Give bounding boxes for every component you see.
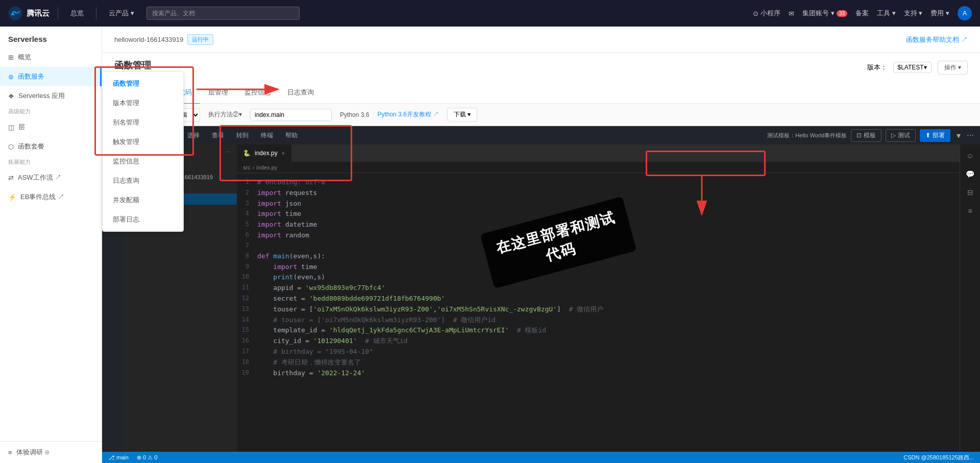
menu-select[interactable]: 选择 xyxy=(185,131,202,140)
search-bar[interactable] xyxy=(146,7,300,20)
code-line-3: 3 import json xyxy=(237,199,960,209)
header-right: 函数服务帮助文档 ↗ xyxy=(906,35,968,44)
group-account-btn[interactable]: 集团账号 ▾ 33 xyxy=(802,9,847,18)
editor-tabs: 🐍 index.py × xyxy=(237,144,960,162)
main-layout: Serverless ⊞ 概览 ⊛ 函数服务 ❖ Serverless 应用 高… xyxy=(0,27,980,463)
billing-btn[interactable]: 费用 ▾ xyxy=(930,9,949,18)
logo[interactable]: 腾讯云 xyxy=(8,6,50,20)
sidebar-item-eb[interactable]: ⚡ EB事件总线 ↗ xyxy=(0,187,102,207)
code-line-14: 14 # touser = ['oi7xM5nOkQk6kslwm3iyzR93… xyxy=(237,315,960,326)
exec-method-label[interactable]: 执行方法②▾ xyxy=(208,110,242,119)
message-btn[interactable]: ✉ xyxy=(789,10,794,17)
workflow-icon: ⇄ xyxy=(8,174,14,182)
python-docs-link[interactable]: Python 3.6开发教程 ↗ xyxy=(377,110,439,119)
feedback-icon: ≡ xyxy=(8,449,12,456)
code-line-8: 8 def main(even,s): xyxy=(237,251,960,262)
explorer-menu-icon[interactable]: ⋯ xyxy=(225,149,231,156)
smiley-icon[interactable]: ☺ xyxy=(963,149,977,163)
sidebar-item-function-service[interactable]: ⊛ 函数服务 xyxy=(0,67,102,86)
code-line-6: 6 import random xyxy=(237,230,960,241)
download-button[interactable]: 下载 ▾ xyxy=(447,108,477,121)
sidebar-item-overview[interactable]: ⊞ 概览 xyxy=(0,47,102,67)
code-line-5: 5 import datetime xyxy=(237,220,960,230)
app-icon: ❖ xyxy=(8,92,14,100)
tab-log-query[interactable]: 日志查询 xyxy=(279,82,322,104)
nav-divider xyxy=(58,7,58,19)
tab-layer-manage[interactable]: 层管理 xyxy=(200,82,236,104)
editor-breadcrumb: src › index.py xyxy=(237,162,960,173)
deploy-button[interactable]: ⬆ 部署 xyxy=(920,129,950,142)
dropdown-item-logs[interactable]: 日志查询 xyxy=(103,171,183,190)
code-line-19: 19 birthday = '2022-12-24' xyxy=(237,368,960,379)
layout-icon[interactable]: ⊟ xyxy=(963,185,977,200)
template-icon: ⊡ xyxy=(856,132,862,139)
code-line-16: 16 city_id = '101290401' # 城市天气id xyxy=(237,336,960,347)
sidebar-item-layers[interactable]: ◫ 层 xyxy=(0,117,102,137)
comment-icon[interactable]: 💬 xyxy=(963,167,977,181)
sidebar-item-package[interactable]: ⬡ 函数套餐 xyxy=(0,137,102,156)
main-content: helloworld-1661433919 运行中 函数服务帮助文档 ↗ 函数管… xyxy=(102,27,980,463)
mail-icon: ✉ xyxy=(789,10,794,17)
expand-icon[interactable]: ▾ xyxy=(954,131,963,140)
code-line-18: 18 # 考研日期，懒得改变量名了 xyxy=(237,357,960,368)
dropdown-item-monitor[interactable]: 监控信息 xyxy=(103,152,183,171)
page-title: 函数管理 xyxy=(114,59,151,71)
package-icon: ⬡ xyxy=(8,143,14,151)
logo-text: 腾讯云 xyxy=(27,9,50,18)
test-button[interactable]: ▷ 测试 xyxy=(886,129,916,142)
studio-container: Cloud Studio 编辑 选择 查看 转到 终端 帮助 测试模板：Hell… xyxy=(102,126,980,463)
dropdown-item-concurrency[interactable]: 并发配额 xyxy=(103,190,183,210)
code-line-2: 2 import requests xyxy=(237,188,960,199)
studio-header: Cloud Studio 编辑 选择 查看 转到 终端 帮助 测试模板：Hell… xyxy=(102,126,980,144)
code-line-17: 17 # birthday = "1995-04-10" xyxy=(237,347,960,357)
breadcrumb-text: helloworld-1661433919 xyxy=(114,36,183,43)
sidebar-bottom-feedback[interactable]: ≡ 体验调研 ⊙ xyxy=(0,441,102,463)
miniprogram-btn[interactable]: ⊙ 小程序 xyxy=(753,9,780,18)
support-btn[interactable]: 支持 ▾ xyxy=(904,9,923,18)
dropdown-item-alias[interactable]: 别名管理 xyxy=(103,113,183,132)
nav-products[interactable]: 云产品 ▾ xyxy=(105,9,138,18)
version-select[interactable]: $LATEST ▾ xyxy=(893,62,932,73)
dropdown-item-trigger[interactable]: 触发管理 xyxy=(103,132,183,152)
extend-section-label: 拓展能力 xyxy=(0,156,102,168)
operation-button[interactable]: 操作 ▾ xyxy=(938,61,968,75)
dropdown-item-version[interactable]: 版本管理 xyxy=(103,93,183,113)
sidebar-item-serverless-app[interactable]: ❖ Serverless 应用 xyxy=(0,86,102,106)
dropdown-item-func-manage[interactable]: 函数管理 xyxy=(103,74,183,93)
menu-help[interactable]: 帮助 xyxy=(283,131,300,140)
function-icon: ⊛ xyxy=(8,73,14,81)
sidebar-item-asw[interactable]: ⇄ ASW工作流 ↗ xyxy=(0,168,102,187)
code-line-11: 11 appid = 'wx95db893e9c77bfc4' xyxy=(237,283,960,294)
code-line-1: 1 # encoding: utf-8 xyxy=(237,177,960,188)
runtime-label: Python 3.6 xyxy=(340,111,369,118)
editor-tab-index-py[interactable]: 🐍 index.py × xyxy=(237,144,291,162)
code-content: 1 # encoding: utf-8 2 import requests 3 … xyxy=(237,173,960,382)
tools-btn[interactable]: 工具 ▾ xyxy=(877,9,896,18)
help-link[interactable]: 函数服务帮助文档 ↗ xyxy=(906,35,968,44)
template-button[interactable]: ⊡ 模板 xyxy=(851,129,881,142)
user-avatar[interactable]: A xyxy=(958,6,972,20)
filing-btn[interactable]: 备案 xyxy=(855,9,869,18)
menu-goto[interactable]: 转到 xyxy=(234,131,251,140)
func-title-section: 函数管理 版本： $LATEST ▾ 操作 ▾ 函数配置 函数代码 层管理 监控… xyxy=(102,53,980,104)
code-line-9: 9 import time xyxy=(237,262,960,273)
tab-close-icon[interactable]: × xyxy=(282,151,285,156)
status-bar: ⎇ main ⊗ 0 ⚠ 0 CSDN @2580185125路西... xyxy=(102,452,980,463)
tab-monitor[interactable]: 监控信息 xyxy=(236,82,279,104)
search-input[interactable] xyxy=(146,7,300,20)
exec-method-input[interactable] xyxy=(250,109,332,121)
nav-overview[interactable]: 总览 xyxy=(66,9,88,18)
nav-divider2 xyxy=(96,7,96,19)
list-icon[interactable]: ≡ xyxy=(963,204,977,218)
function-dropdown-menu: 函数管理 版本管理 别名管理 触发管理 监控信息 日志查询 并发配额 部署日志 xyxy=(102,71,184,232)
code-line-10: 10 print(even,s) xyxy=(237,272,960,283)
editor-layout: 资源管理器 ⋯ ▷ 打开的编辑器 ∨ HELLOWORLD-1661433919… xyxy=(102,144,980,452)
more-icon[interactable]: ⋯ xyxy=(967,131,974,139)
sidebar: Serverless ⊞ 概览 ⊛ 函数服务 ❖ Serverless 应用 高… xyxy=(0,27,102,463)
dropdown-item-deploy-log[interactable]: 部署日志 xyxy=(103,210,183,229)
menu-terminal[interactable]: 终端 xyxy=(259,131,275,140)
svg-point-1 xyxy=(12,13,14,15)
code-line-7: 7 xyxy=(237,241,960,251)
menu-view[interactable]: 查看 xyxy=(210,131,226,140)
studio-actions: 测试模板：Hello World事件模板 ⊡ 模板 ▷ 测试 ⬆ 部署 ▾ ⋯ xyxy=(767,129,974,142)
